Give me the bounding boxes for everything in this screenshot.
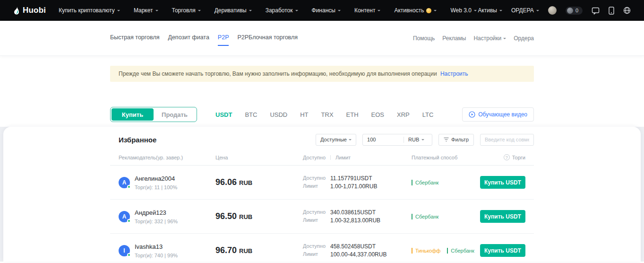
online-status-dot: [127, 253, 131, 257]
divider: [330, 155, 331, 160]
buy-sell-toggle: Купить Продать: [110, 107, 197, 122]
question-icon[interactable]: [504, 154, 510, 160]
buy-usdt-button[interactable]: Купить USDT: [480, 210, 525, 223]
nav-market[interactable]: Маркет: [134, 7, 158, 14]
avatar[interactable]: A: [119, 211, 130, 222]
payment-method: Тинькофф: [412, 248, 440, 254]
coin-tab-btc[interactable]: BTC: [245, 111, 257, 118]
nav-earn[interactable]: Заработок: [266, 7, 298, 14]
nav-assets[interactable]: Активы: [478, 7, 502, 14]
nav-trade[interactable]: Торговля: [172, 7, 201, 14]
chevron-down-icon: [338, 10, 341, 13]
tab-fast-trade[interactable]: Быстрая торговля: [110, 30, 159, 46]
chevron-down-icon: [155, 10, 158, 13]
payment-method: Сбербанк: [412, 214, 438, 219]
header-available-limit: Доступно Лимит: [303, 155, 412, 160]
nav-content[interactable]: Контент: [354, 7, 380, 14]
chevron-down-icon: [421, 139, 424, 142]
chevron-down-icon: [349, 139, 352, 142]
advertiser-stats: Торг(и): 11 | 100%: [135, 184, 177, 190]
payment-methods-cell: Сбербанк: [412, 180, 480, 185]
tutorial-video-button[interactable]: Обучающее видео: [462, 107, 534, 122]
amount-input[interactable]: [363, 137, 404, 142]
chevron-down-icon: [249, 10, 252, 13]
chevron-down-icon: [503, 38, 506, 41]
online-status-dot: [127, 185, 131, 189]
avatar[interactable]: I: [119, 245, 130, 256]
advertiser-stats: Торг(и): 332 | 96%: [135, 219, 178, 224]
otc-tabs: Быстрая торговля Депозит фиата P2P P2PБл…: [110, 30, 298, 46]
nav-activity[interactable]: Активность: [394, 7, 437, 14]
support-chat-icon[interactable]: [592, 7, 600, 15]
table-header: Рекламодатель(ур. завер.) Цена Доступно …: [110, 154, 534, 166]
payment-methods-cell: Тинькофф Сбербанк: [412, 248, 480, 254]
trade-controls: Купить Продать USDT BTC USDD HT TRX ETH …: [110, 107, 534, 122]
available-limit-cell: Доступно458.502458USDT Лимит100.00-44,33…: [303, 242, 412, 259]
header-payment: Платежный способ: [412, 155, 480, 160]
balance-pill[interactable]: 0: [566, 7, 583, 15]
avatar[interactable]: A: [119, 177, 130, 188]
filters-bar: Доступные RUB: [316, 134, 534, 146]
coin-tab-usdd[interactable]: USDD: [270, 111, 287, 118]
chevron-down-icon: [499, 10, 502, 13]
advertiser-name[interactable]: Андрей123: [135, 209, 178, 216]
card-header: Избранное Доступные RUB: [110, 132, 534, 148]
link-settings[interactable]: Настройки: [473, 35, 506, 42]
nav-finance[interactable]: Финансы: [312, 7, 341, 14]
nav-buy-crypto[interactable]: Купить криптовалюту: [59, 7, 120, 14]
tab-fiat-deposit[interactable]: Депозит фиата: [168, 30, 209, 46]
availability-select[interactable]: Доступные: [316, 134, 356, 146]
advertiser-stats: Торг(и): 740 | 99%: [135, 253, 178, 258]
activity-coin-icon: [426, 8, 431, 13]
otc-links: Помощь Рекламы Настройки Ордера: [413, 35, 534, 42]
sell-tab[interactable]: Продать: [154, 108, 196, 121]
nav-web3[interactable]: Web 3.0: [450, 7, 476, 14]
coin-tab-usdt[interactable]: USDT: [215, 111, 232, 118]
nav-orders[interactable]: ОРДЕРА: [511, 7, 539, 14]
advertiser-name[interactable]: Ангелина2004: [135, 175, 177, 182]
coin-tab-eos[interactable]: EOS: [371, 111, 384, 118]
buy-tab[interactable]: Купить: [112, 108, 154, 121]
huobi-logo[interactable]: Huobi: [13, 6, 46, 15]
user-avatar[interactable]: [548, 6, 557, 15]
link-ads[interactable]: Рекламы: [442, 35, 466, 42]
coin-tab-eth[interactable]: ETH: [346, 111, 359, 118]
currency-select[interactable]: RUB: [404, 137, 429, 142]
coin-tab-trx[interactable]: TRX: [321, 111, 334, 118]
tab-p2p-block-trade[interactable]: P2PБлочная торговля: [237, 30, 298, 46]
filter-icon: [444, 137, 449, 142]
chevron-down-icon: [434, 10, 437, 13]
play-icon: [469, 111, 475, 118]
link-orders[interactable]: Ордера: [514, 35, 534, 42]
coin-tab-ht[interactable]: HT: [300, 111, 308, 118]
chevron-down-icon: [295, 10, 298, 13]
nav-derivatives[interactable]: Деривативы: [215, 7, 252, 14]
coin-tab-ltc[interactable]: LTC: [422, 111, 434, 118]
amount-input-group: RUB: [362, 134, 432, 146]
payment-method: Сбербанк: [412, 180, 438, 185]
main-navigation: Купить криптовалюту Маркет Торговля Дери…: [59, 7, 477, 14]
link-help[interactable]: Помощь: [413, 35, 435, 42]
brand-name: Huobi: [23, 6, 46, 15]
huobi-flame-icon: [13, 6, 20, 15]
buy-usdt-button[interactable]: Купить USDT: [480, 176, 525, 189]
notice-setup-link[interactable]: Настроить: [440, 70, 468, 77]
header-advertiser: Рекламодатель(ур. завер.): [119, 155, 215, 160]
language-globe-icon[interactable]: [623, 7, 631, 14]
chevron-down-icon: [117, 10, 120, 13]
payment-method: Сбербанк: [447, 248, 474, 254]
advertiser-cell: A Ангелина2004 Торг(и): 11 | 100%: [119, 175, 215, 190]
favorites-title: Избранное: [119, 136, 156, 144]
code-input[interactable]: [480, 134, 534, 146]
mobile-app-icon[interactable]: [609, 7, 614, 15]
available-limit-cell: Доступно11.157791USDT Лимит1.00-1,071.00…: [303, 174, 412, 191]
header-price: Цена: [215, 155, 303, 160]
tab-p2p[interactable]: P2P: [218, 30, 229, 46]
coin-tab-xrp[interactable]: XRP: [397, 111, 410, 118]
filter-button[interactable]: Фильтр: [438, 134, 474, 146]
page-background: Избранное Доступные RUB: [0, 127, 644, 262]
advertiser-name[interactable]: Ivashka13: [135, 243, 178, 250]
buy-usdt-button[interactable]: Купить USDT: [480, 244, 525, 257]
top-navbar: Huobi Купить криптовалюту Маркет Торговл…: [0, 0, 644, 21]
coin-tabs: USDT BTC USDD HT TRX ETH EOS XRP LTC: [215, 111, 433, 118]
